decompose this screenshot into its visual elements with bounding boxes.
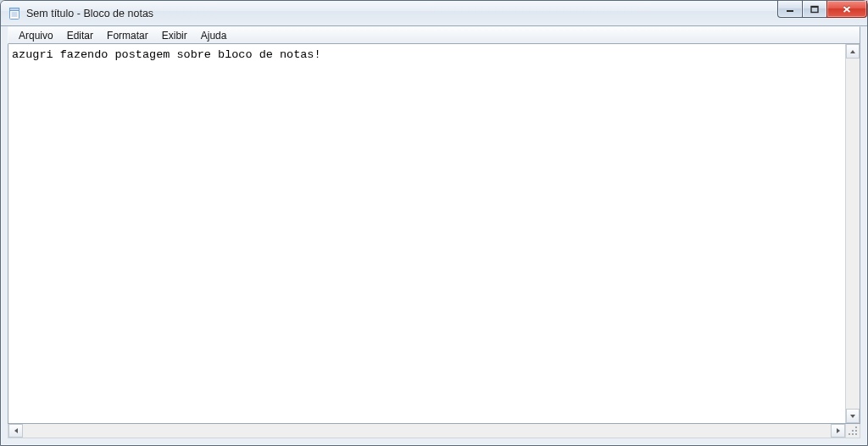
menu-bar: Arquivo Editar Formatar Exibir Ajuda <box>8 26 860 44</box>
scroll-right-button[interactable] <box>831 424 845 438</box>
close-button[interactable] <box>826 1 867 18</box>
window-buttons <box>778 1 867 18</box>
window-resize-edge[interactable] <box>1 438 867 445</box>
scroll-track-horizontal[interactable] <box>23 424 831 438</box>
title-bar[interactable]: Sem título - Bloco de notas <box>1 1 867 26</box>
chevron-up-icon <box>849 48 856 55</box>
svg-marker-12 <box>14 428 18 433</box>
window-title: Sem título - Bloco de notas <box>26 8 153 20</box>
resize-grip[interactable] <box>846 424 860 438</box>
scroll-up-button[interactable] <box>846 44 860 59</box>
editor-area: azugri fazendo postagem sobre bloco de n… <box>8 44 860 424</box>
menu-view[interactable]: Exibir <box>155 28 194 43</box>
text-editor[interactable]: azugri fazendo postagem sobre bloco de n… <box>8 44 845 423</box>
minimize-icon <box>785 5 795 14</box>
chevron-down-icon <box>849 413 856 420</box>
maximize-icon <box>810 5 820 14</box>
scroll-left-button[interactable] <box>8 424 23 438</box>
menu-format[interactable]: Formatar <box>100 28 155 43</box>
svg-marker-13 <box>837 428 840 433</box>
scroll-track-vertical[interactable] <box>846 59 860 409</box>
menu-help[interactable]: Ajuda <box>194 28 234 43</box>
svg-rect-5 <box>787 10 793 12</box>
chevron-right-icon <box>835 427 842 434</box>
close-icon <box>842 5 852 14</box>
minimize-button[interactable] <box>777 1 803 18</box>
maximize-button[interactable] <box>802 1 827 18</box>
menu-file[interactable]: Arquivo <box>12 28 60 43</box>
scroll-down-button[interactable] <box>846 409 860 423</box>
menu-edit[interactable]: Editar <box>60 28 100 43</box>
chevron-left-icon <box>13 427 19 434</box>
bottom-bar <box>8 424 860 438</box>
svg-marker-10 <box>850 50 855 53</box>
notepad-icon <box>8 7 21 20</box>
horizontal-scrollbar[interactable] <box>8 424 846 438</box>
svg-marker-11 <box>850 415 855 418</box>
svg-rect-1 <box>10 8 19 10</box>
notepad-window: Sem título - Bloco de notas <box>0 0 868 446</box>
vertical-scrollbar[interactable] <box>845 44 860 423</box>
